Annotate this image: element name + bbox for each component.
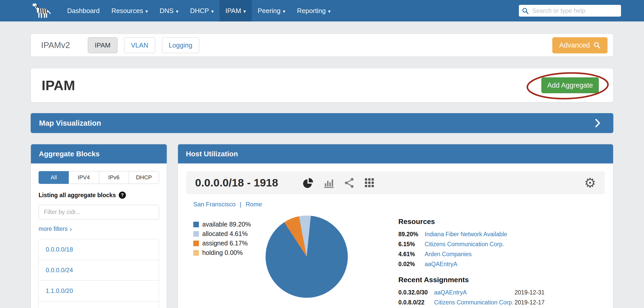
chevron-right-icon	[595, 119, 601, 128]
aggregate-blocks-panel: Aggregate Blocks All IPV4 IPv6 DHCP List…	[31, 144, 167, 308]
nav-item-label: Dashboard	[67, 7, 100, 15]
nav-item-peering[interactable]: Peering ▾	[252, 0, 291, 21]
locations-separator: |	[240, 201, 241, 208]
location-link-san-francisco[interactable]: San Franscisco	[193, 201, 235, 208]
help-icon[interactable]: ?	[119, 192, 126, 199]
filter-all-button[interactable]: All	[39, 171, 69, 184]
pie-chart-icon[interactable]	[302, 177, 314, 189]
resource-row: 0.02% aaQAEntryA	[398, 261, 605, 268]
utilization-content: available 89.20% allocated 4.61% assigne…	[186, 216, 605, 308]
nav-item-label: Peering	[258, 7, 281, 15]
grid-view-icon[interactable]	[364, 177, 375, 188]
add-aggregate-button[interactable]: Add Aggregate	[541, 77, 599, 93]
location-link-rome[interactable]: Rome	[246, 201, 262, 208]
nav-item-ipam[interactable]: IPAM ▾	[220, 0, 252, 21]
legend-swatch	[193, 250, 199, 256]
page-container: IPAMv2 IPAM VLAN Logging Advanced IPAM A…	[31, 34, 613, 308]
resource-link[interactable]: aaQAEntryA	[425, 261, 605, 268]
assignment-cidr: 0.0.8.0/22	[398, 299, 434, 306]
cidr-filter-input[interactable]	[39, 205, 159, 219]
nav-item-dashboard[interactable]: Dashboard	[61, 0, 105, 21]
nav-item-dns[interactable]: DNS ▾	[154, 0, 184, 21]
legend-label: holding 0.00%	[202, 249, 243, 256]
panels-row: Aggregate Blocks All IPV4 IPv6 DHCP List…	[31, 144, 613, 308]
aggregate-block-list: 0.0.0.0/18 0.0.0.0/24 1.1.0.0/20	[39, 239, 159, 308]
share-icon[interactable]	[344, 177, 355, 188]
map-visualization-bar[interactable]: Map Visualization	[31, 113, 613, 133]
resource-link[interactable]: Arden Companies	[425, 251, 605, 258]
assignment-date: 2019-12-31	[515, 289, 605, 296]
assignment-row: 0.0.8.0/22 Citizens Communication Corp. …	[398, 299, 605, 306]
search-input[interactable]	[532, 5, 621, 17]
nav-item-reporting[interactable]: Reporting ▾	[291, 0, 336, 21]
resource-percent: 6.15%	[398, 241, 425, 248]
caret-down-icon: ▾	[176, 8, 178, 14]
resource-row: 4.61% Arden Companies	[398, 251, 605, 258]
legend-swatch	[193, 222, 199, 227]
legend-item-allocated: allocated 4.61%	[193, 230, 266, 238]
caret-down-icon: ▾	[243, 8, 246, 14]
filter-ipv4-button[interactable]: IPV4	[69, 171, 99, 184]
gear-icon[interactable]: ⚙	[584, 176, 596, 189]
resource-link[interactable]: Citizens Communication Corp.	[425, 241, 605, 248]
zebra-logo[interactable]	[31, 3, 52, 18]
listing-label: Listing all aggregate blocks	[39, 192, 116, 199]
nav-item-label: IPAM	[225, 7, 241, 15]
block-type-filter: All IPV4 IPv6 DHCP	[39, 171, 159, 184]
host-utilization-body: 0.0.0.0/18 - 1918	[178, 163, 613, 308]
block-subheader: 0.0.0.0/18 - 1918	[186, 171, 605, 194]
filter-ipv6-button[interactable]: IPv6	[99, 171, 129, 184]
chevron-right-icon: ›	[70, 226, 72, 232]
advanced-search-button[interactable]: Advanced	[552, 37, 607, 53]
main-menu: Dashboard Resources ▾ DNS ▾ DHCP ▾ IPAM …	[61, 0, 336, 21]
resource-link[interactable]: Indiana Fiber Network Available	[425, 231, 605, 238]
host-utilization-header: Host Utilization	[178, 144, 613, 163]
resources-column: Resources 89.20% Indiana Fiber Network A…	[398, 218, 605, 308]
resource-row: 89.20% Indiana Fiber Network Available	[398, 231, 605, 238]
map-visualization-label: Map Visualization	[39, 119, 101, 127]
block-list-item[interactable]: 0.0.0.0/18	[39, 239, 159, 260]
bar-chart-icon[interactable]	[323, 177, 335, 188]
nav-item-dhcp[interactable]: DHCP ▾	[184, 0, 219, 21]
nav-item-label: Resources	[111, 7, 143, 15]
aggregate-blocks-body: All IPV4 IPv6 DHCP Listing all aggregate…	[31, 163, 167, 308]
page-title: IPAM	[42, 77, 75, 93]
top-navbar: Dashboard Resources ▾ DNS ▾ DHCP ▾ IPAM …	[0, 0, 644, 21]
view-switch-icons	[302, 177, 375, 189]
search-icon[interactable]	[519, 7, 532, 14]
legend-item-assigned: assigned 6.17%	[193, 240, 266, 247]
tab-vlan[interactable]: VLAN	[124, 37, 155, 53]
nav-item-label: DHCP	[190, 7, 209, 15]
assignment-date: 2019-12-17	[515, 299, 605, 306]
block-list-item[interactable]: 1.1.0.0/20	[39, 280, 159, 301]
block-title: 0.0.0.0/18 - 1918	[195, 176, 278, 189]
nav-item-resources[interactable]: Resources ▾	[105, 0, 154, 21]
advanced-label: Advanced	[559, 41, 590, 49]
assignment-link[interactable]: Citizens Communication Corp.	[434, 299, 515, 306]
block-list-item[interactable]: 0.0.0.0/24	[39, 260, 159, 280]
caret-down-icon: ▾	[211, 8, 214, 14]
caret-down-icon: ▾	[145, 8, 148, 14]
toolbar-title: IPAMv2	[41, 40, 70, 50]
block-list-item-partial[interactable]	[39, 301, 159, 308]
more-filters-label: more filters	[39, 226, 68, 232]
caret-down-icon: ▾	[283, 8, 285, 14]
resources-heading: Resources	[398, 218, 605, 226]
tab-ipam[interactable]: IPAM	[88, 37, 117, 53]
legend-label: allocated 4.61%	[202, 230, 248, 238]
more-filters-link[interactable]: more filters ›	[39, 226, 72, 232]
ipam-page-header: IPAM Add Aggregate	[31, 68, 613, 102]
resource-row: 6.15% Citizens Communication Corp.	[398, 241, 605, 248]
utilization-pie-chart[interactable]	[266, 216, 348, 298]
pie-legend: available 89.20% allocated 4.61% assigne…	[193, 221, 266, 308]
assignment-link[interactable]: aaQAEntryA	[434, 289, 515, 296]
host-utilization-panel: Host Utilization 0.0.0.0/18 - 1918	[178, 144, 613, 308]
legend-label: assigned 6.17%	[202, 240, 248, 247]
assignment-cidr: 0.0.32.0/30	[398, 289, 434, 296]
tab-logging[interactable]: Logging	[162, 37, 199, 53]
ipamv2-toolbar: IPAMv2 IPAM VLAN Logging Advanced	[31, 34, 613, 57]
legend-swatch	[193, 241, 199, 246]
filter-dhcp-button[interactable]: DHCP	[129, 171, 159, 184]
search-icon	[593, 42, 601, 49]
resource-percent: 0.02%	[398, 261, 425, 268]
